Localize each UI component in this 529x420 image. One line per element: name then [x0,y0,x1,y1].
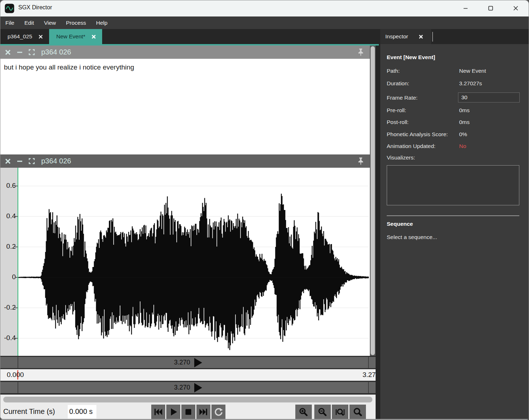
close-icon [418,34,424,39]
y-axis-tick [15,186,18,186]
field-value: 0ms [459,107,470,114]
zoom-fit-button[interactable] [349,405,366,419]
loop-icon [214,407,224,417]
close-icon [91,34,96,39]
view-range-slider-bottom[interactable]: 3.270 [0,382,376,393]
timeline-end-label: 3.270 [362,371,376,379]
amplitude-axis: 0.60.40.20-0.2-0.4 [0,168,18,356]
event-section-title: Event [New Event] [387,54,435,61]
panel-maximize-icon[interactable] [28,48,35,56]
maximize-icon [488,5,494,11]
play-icon [168,407,178,417]
zoom-out-button[interactable] [314,405,331,419]
tab-inspector[interactable]: Inspector [380,29,431,44]
menu-bar: File Edit View Process Help [0,16,529,29]
play-triangle-icon[interactable] [194,383,202,392]
panel-minimize-icon[interactable] [16,49,23,56]
horizontal-scrollbar[interactable] [3,397,372,402]
tab-new-event[interactable]: New Event* [49,29,102,44]
close-icon [38,34,43,39]
panel-minimize-icon[interactable] [16,158,23,165]
transport-bar: Current Time (s) 0.000 s [0,395,376,419]
tab-separator [432,32,433,42]
close-button[interactable] [506,0,525,16]
menu-help[interactable]: Help [91,16,113,29]
current-time-field[interactable]: 0.000 s [68,405,96,419]
y-axis-tick [15,338,18,339]
field-label: Post-roll: [387,119,409,125]
stop-button[interactable] [181,405,195,419]
menu-file[interactable]: File [0,16,19,29]
maximize-button[interactable] [481,0,500,16]
zoom-selection-icon [335,407,345,417]
tab-label: Inspector [385,33,408,40]
play-triangle-icon[interactable] [194,358,202,367]
document-area: p364_025 New Event* [0,29,380,420]
field-label: Path: [387,68,400,74]
panel-maximize-icon[interactable] [28,157,35,165]
field-label: Visualizers: [387,154,415,161]
tab-close-button[interactable] [38,34,43,39]
wave-panel-header[interactable]: p364 026 [0,154,370,168]
y-axis-tick-label: 0.4 [0,212,16,220]
zoom-in-button[interactable] [295,405,312,419]
title-bar: SGX Director [0,0,529,16]
zoom-in-icon [299,407,309,417]
minimize-icon [463,5,468,11]
close-icon [513,5,519,11]
inspector-body: Event [New Event] Path: New Event Durati… [380,44,529,419]
menu-view[interactable]: View [39,16,61,29]
field-phonetic-score: Phonetic Analysis Score: 0% [387,131,525,138]
document-tab-strip: p364_025 New Event* [0,29,380,44]
tab-close-button[interactable] [91,34,96,39]
pin-icon[interactable] [356,48,365,58]
skip-to-end-button[interactable] [196,405,210,419]
transcript-text: but i hope you all realize i notice ever… [4,63,134,71]
skip-to-start-button[interactable] [151,405,165,419]
tab-close-button[interactable] [418,34,424,39]
text-panel-header[interactable]: p364 026 [0,46,370,59]
timeline-ruler[interactable]: 0.000 3.270 [0,369,376,381]
field-animation-updated: Animation Updated: No [387,143,525,150]
skip-end-icon [199,407,208,417]
transcript-editor[interactable]: but i hope you all realize i notice ever… [0,59,370,154]
visualizers-list[interactable] [387,165,519,205]
play-button[interactable] [166,405,180,419]
playhead-line[interactable] [18,168,18,356]
y-axis-tick [15,277,18,278]
loop-button[interactable] [211,405,225,419]
app-logo-icon [5,4,14,13]
zoom-selection-button[interactable] [332,405,348,419]
y-axis-tick-label: 0 [0,273,16,281]
sequence-placeholder[interactable]: Select a sequence... [387,234,525,241]
minimize-button[interactable] [456,0,475,16]
field-label: Duration: [387,80,409,86]
vertical-scrollbar[interactable] [370,46,376,356]
field-value: No [459,143,466,149]
waveform-plot[interactable] [18,168,369,356]
panel-close-icon[interactable] [4,158,11,165]
pin-icon[interactable] [356,157,365,167]
app-window: SGX Director File Edit View Process Help… [0,0,529,420]
stop-icon [184,407,193,417]
field-value: New Event [459,68,486,74]
tab-p364-025[interactable]: p364_025 [0,29,49,44]
section-divider [387,215,519,216]
sequence-section-title: Sequence [387,221,413,227]
field-value: 0% [459,131,467,138]
inspector-tab-strip: Inspector [380,29,529,44]
y-axis-tick [15,247,18,247]
y-axis-tick-label: -0.4 [0,334,16,342]
frame-rate-input[interactable] [458,92,520,102]
field-label: Pre-roll: [387,107,406,113]
tab-label: New Event* [56,33,85,40]
menu-process[interactable]: Process [61,16,91,29]
scrollbar-thumb[interactable] [371,46,375,355]
panel-close-icon[interactable] [4,49,11,56]
field-value: 3.27027s [459,80,482,87]
panel-title: p364 026 [41,157,71,165]
menu-edit[interactable]: Edit [19,16,39,29]
y-axis-tick-label: 0.6 [0,182,16,190]
waveform-view[interactable]: 0.60.40.20-0.2-0.4 [0,168,370,356]
view-range-slider-top[interactable]: 3.270 [0,357,376,368]
